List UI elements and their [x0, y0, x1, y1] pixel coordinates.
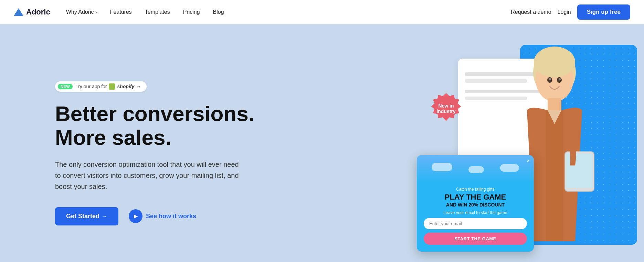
play-icon: ▶ — [129, 209, 142, 223]
nav-why-adoric[interactable]: Why Adoric ▾ — [61, 6, 103, 18]
popup-email-input[interactable] — [424, 218, 527, 229]
shopify-brand-text: shopify — [117, 84, 134, 89]
popup-title: PLAY THE GAME — [424, 193, 527, 201]
nav-pricing[interactable]: Pricing — [178, 6, 205, 18]
nav-templates[interactable]: Templates — [139, 6, 176, 18]
popup-start-button[interactable]: START THE GAME — [424, 233, 527, 245]
popup-close-button[interactable]: × — [527, 158, 530, 164]
svg-point-9 — [549, 78, 551, 81]
popup-card: × Catch the falling gifts PLAY THE GAME … — [417, 155, 534, 252]
get-started-button[interactable]: Get Started → — [55, 207, 118, 225]
nav-links: Why Adoric ▾ Features Templates Pricing … — [61, 6, 511, 18]
cloud-decoration-1 — [432, 163, 452, 171]
hero-title: Better conversions. More sales. — [55, 102, 254, 149]
logo-text: Adoric — [26, 8, 50, 17]
svg-point-10 — [559, 78, 561, 81]
svg-point-2 — [534, 47, 575, 78]
popup-sub-text: Catch the falling gifts — [417, 187, 534, 192]
nav-right: Request a demo Login Sign up free — [511, 4, 630, 20]
shopify-badge[interactable]: NEW Try our app for shopify → — [55, 81, 147, 92]
nav-features[interactable]: Features — [105, 6, 137, 18]
navigation: Adoric Why Adoric ▾ Features Templates P… — [0, 0, 644, 24]
hero-description: The only conversion optimization tool th… — [55, 159, 241, 192]
badge-new-label: NEW — [58, 84, 73, 89]
popup-clouds-area — [417, 155, 534, 183]
chevron-down-icon: ▾ — [95, 10, 97, 14]
popup-subtitle: AND WIN 20% DISCOUNT — [417, 202, 534, 208]
nav-blog[interactable]: Blog — [208, 6, 230, 18]
logo[interactable]: Adoric — [14, 8, 50, 17]
popup-enter-label: Leave your email to start the game — [417, 210, 534, 215]
login-link[interactable]: Login — [558, 9, 571, 15]
new-in-industry-badge: New in industry — [431, 93, 462, 124]
badge-arrow-icon: → — [136, 84, 141, 89]
cloud-decoration-2 — [468, 166, 484, 173]
svg-rect-3 — [548, 98, 561, 112]
hero-ctas: Get Started → ▶ See how it works — [55, 207, 254, 225]
svg-rect-4 — [546, 110, 563, 241]
see-how-it-works-button[interactable]: ▶ See how it works — [129, 209, 196, 223]
signup-button[interactable]: Sign up free — [577, 4, 630, 20]
hero-section: NEW Try our app for shopify → Better con… — [0, 24, 644, 262]
hero-visuals: New in industry — [403, 24, 644, 262]
logo-triangle-icon — [14, 8, 23, 16]
shopify-icon — [109, 83, 115, 90]
badge-text: Try our app for shopify → — [75, 83, 141, 90]
hero-content: NEW Try our app for shopify → Better con… — [55, 81, 254, 225]
cloud-decoration-3 — [500, 164, 519, 172]
request-demo-link[interactable]: Request a demo — [511, 9, 551, 15]
svg-rect-6 — [566, 153, 593, 188]
